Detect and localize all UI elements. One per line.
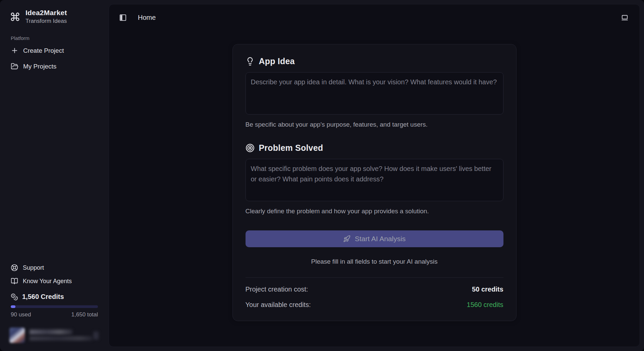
problem-helper: Clearly define the problem and how your … <box>246 208 503 215</box>
sidebar-item-label: My Projects <box>23 63 56 70</box>
main-panel: Home App Idea Be specific about your app… <box>109 4 640 347</box>
user-menu-chevron-icon <box>93 332 99 340</box>
topbar: Home <box>109 4 640 31</box>
life-buoy-icon <box>11 264 18 271</box>
app-subtitle: Transform Ideas <box>25 18 67 25</box>
sidebar-item-support[interactable]: Support <box>7 261 102 274</box>
sidebar-item-label: Create Project <box>23 47 64 54</box>
idea-form-card: App Idea Be specific about your app's pu… <box>232 44 517 321</box>
sidebar-spacer <box>0 73 109 261</box>
credits-progress-bar <box>11 305 98 308</box>
app-idea-title: App Idea <box>259 56 295 66</box>
sidebar-item-my-projects[interactable]: My Projects <box>7 59 102 73</box>
credits-used: 90 used <box>11 311 31 318</box>
sidebar-toggle-button[interactable] <box>116 11 129 24</box>
user-email-redacted <box>30 336 93 341</box>
target-icon <box>246 143 255 152</box>
sidebar-item-know-your-agents[interactable]: Know Your Agents <box>7 275 102 288</box>
cost-label: Project creation cost: <box>246 286 308 293</box>
laptop-icon <box>621 14 629 21</box>
cost-row: Project creation cost: 50 credits <box>246 286 503 293</box>
sidebar-section-label: Platform <box>0 32 109 44</box>
page-title: Home <box>138 14 156 21</box>
start-ai-analysis-button[interactable]: Start AI Analysis <box>246 230 503 247</box>
available-credits-value: 1560 credits <box>467 301 503 309</box>
lightbulb-icon <box>246 57 255 66</box>
card-divider <box>246 277 503 278</box>
panel-left-icon <box>119 14 127 21</box>
sidebar-item-label: Support <box>23 264 44 271</box>
book-open-icon <box>11 277 18 285</box>
brand-block[interactable]: Idea2Market Transform Ideas <box>0 0 109 32</box>
content-area: App Idea Be specific about your app's pu… <box>109 31 640 347</box>
command-icon <box>10 12 20 22</box>
folder-open-icon <box>11 62 18 70</box>
form-hint: Please fill in all fields to start your … <box>246 258 503 265</box>
cost-value: 50 credits <box>472 286 503 293</box>
app-idea-textarea[interactable] <box>246 72 503 115</box>
app-idea-helper: Be specific about your app's purpose, fe… <box>246 121 503 128</box>
app-idea-heading: App Idea <box>246 56 503 66</box>
problem-textarea[interactable] <box>246 159 503 201</box>
credits-box: 1,560 Credits 90 used 1,650 total <box>0 288 109 320</box>
sidebar-item-label: Know Your Agents <box>23 278 72 285</box>
problem-heading: Problem Solved <box>246 143 503 153</box>
sidebar-nav: Create Project My Projects <box>0 44 109 73</box>
avatar <box>9 327 25 343</box>
credits-progress-fill <box>11 305 15 308</box>
start-ai-analysis-label: Start AI Analysis <box>355 235 406 243</box>
sidebar-item-create-project[interactable]: Create Project <box>7 44 102 57</box>
available-credits-row: Your available credits: 1560 credits <box>246 301 503 309</box>
coins-icon <box>11 293 18 301</box>
available-credits-label: Your available credits: <box>246 301 311 309</box>
sidebar-footer-nav: Support Know Your Agents <box>0 261 109 288</box>
credits-amount: 1,560 Credits <box>22 293 64 301</box>
app-title: Idea2Market <box>25 9 67 17</box>
rocket-icon <box>343 235 351 243</box>
sidebar: Idea2Market Transform Ideas Platform Cre… <box>0 0 109 351</box>
app-window: Idea2Market Transform Ideas Platform Cre… <box>0 0 644 351</box>
credits-total: 1,650 total <box>71 311 98 318</box>
user-menu[interactable] <box>9 327 101 344</box>
problem-title: Problem Solved <box>259 143 323 153</box>
device-preview-button[interactable] <box>618 11 631 24</box>
plus-icon <box>11 47 18 54</box>
user-name-redacted <box>30 330 72 335</box>
